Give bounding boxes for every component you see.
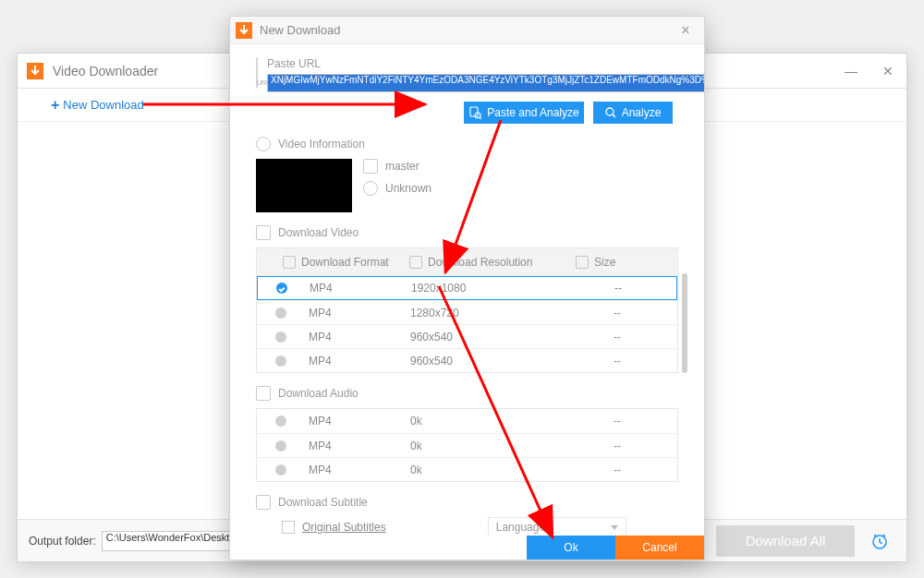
original-subtitles-label: Original Subtitles (302, 521, 386, 534)
plus-icon: + (51, 97, 59, 114)
close-button[interactable]: ✕ (869, 54, 906, 89)
table-row[interactable]: MP40k-- (257, 457, 677, 481)
original-subtitles-checkbox[interactable] (282, 521, 295, 534)
dialog-close-button[interactable]: × (667, 22, 704, 39)
cancel-button[interactable]: Cancel (615, 536, 704, 560)
cell-resolution: 1280x720 (410, 307, 577, 319)
table-row[interactable]: MP41920x1080-- (257, 276, 677, 300)
download-subtitle-header: Download Subtitle (278, 496, 368, 509)
language-select[interactable]: Language (488, 517, 626, 536)
video-duration: Unknown (385, 182, 432, 195)
size-icon (576, 256, 589, 269)
clock-icon (363, 181, 378, 196)
cell-resolution: 960x540 (410, 331, 577, 343)
app-logo-icon (27, 63, 43, 79)
video-info-header: Video Information (278, 138, 365, 151)
cell-format: MP4 (309, 415, 410, 427)
svg-point-4 (606, 108, 614, 115)
radio-icon (275, 355, 286, 367)
dialog-logo-icon (236, 22, 252, 39)
video-title: master (385, 160, 419, 173)
audio-icon (256, 386, 271, 401)
main-title: Video Downloader (53, 64, 158, 78)
language-label: Language (496, 521, 545, 534)
new-download-label: New Download (63, 98, 143, 112)
table-header: Download Format Download Resolution Size (257, 248, 677, 276)
download-all-button[interactable]: Download All (716, 525, 855, 557)
radio-icon (275, 440, 286, 452)
cell-bitrate: 0k (410, 440, 577, 452)
cell-size: -- (577, 440, 677, 452)
output-folder-label: Output folder: (29, 535, 96, 548)
download-video-header: Download Video (278, 226, 359, 239)
paste-icon (468, 106, 481, 119)
radio-icon (276, 283, 287, 294)
minimize-button[interactable]: — (833, 54, 869, 89)
download-audio-header: Download Audio (278, 387, 359, 400)
url-row: Paste URL XNjMGIwMjYwNzFmNTdiY2FiNTY4YmE… (256, 57, 678, 92)
video-format-table: Download Format Download Resolution Size… (256, 247, 678, 373)
table-row[interactable]: MP4960x540-- (257, 324, 677, 348)
dialog-body: Paste URL XNjMGIwMjYwNzFmNTdiY2FiNTY4YmE… (230, 44, 704, 536)
dialog-title: New Download (260, 23, 340, 37)
dialog-footer: Ok Cancel (230, 536, 704, 560)
svg-line-5 (613, 114, 615, 117)
cell-bitrate: 0k (410, 464, 577, 476)
info-icon (256, 137, 271, 151)
download-video-section: Download Video Download Format Download … (256, 225, 678, 373)
cell-format: MP4 (309, 464, 410, 476)
url-file-icon (256, 57, 258, 89)
cell-format: MP4 (309, 307, 410, 319)
cell-size: -- (577, 464, 677, 476)
table-row[interactable]: MP4960x540-- (257, 348, 677, 372)
scrollbar[interactable] (682, 273, 687, 373)
table-row[interactable]: MP40k-- (257, 409, 677, 433)
dialog-titlebar: New Download × (230, 17, 704, 44)
cell-format: MP4 (309, 440, 410, 452)
table-row[interactable]: MP40k-- (257, 433, 677, 457)
search-icon (605, 107, 616, 118)
cell-format: MP4 (310, 282, 411, 295)
radio-icon (275, 464, 286, 476)
col-size: Size (594, 256, 615, 269)
resolution-icon (409, 256, 422, 269)
file-icon (363, 159, 378, 174)
url-input[interactable]: XNjMGIwMjYwNzFmNTdiY2FiNTY4YmEzODA3NGE4Y… (267, 74, 704, 92)
video-info-section: Video Information master Unknown (256, 137, 678, 212)
svg-line-3 (480, 117, 481, 119)
cell-size: -- (577, 307, 677, 319)
cell-resolution: 1920x1080 (411, 282, 578, 295)
paste-url-label: Paste URL (267, 57, 704, 70)
cell-format: MP4 (309, 355, 410, 367)
radio-icon (275, 331, 286, 343)
paste-analyze-button[interactable]: Paste and Analyze (464, 102, 584, 124)
video-thumbnail (256, 159, 352, 212)
cell-size: -- (577, 355, 677, 367)
download-subtitle-section: Download Subtitle Original Subtitles Lan… (256, 495, 678, 536)
format-icon (283, 256, 296, 269)
table-row[interactable]: MP41280x720-- (257, 300, 677, 324)
analyze-button[interactable]: Analyze (593, 102, 673, 124)
col-format: Download Format (301, 256, 389, 269)
cell-size: -- (578, 282, 676, 295)
download-audio-section: Download Audio MP40k--MP40k--MP40k-- (256, 386, 678, 482)
cell-resolution: 960x540 (410, 355, 577, 367)
audio-format-table: MP40k--MP40k--MP40k-- (256, 408, 678, 482)
cell-size: -- (577, 331, 677, 343)
radio-icon (275, 307, 286, 319)
radio-icon (275, 415, 286, 427)
cell-bitrate: 0k (410, 415, 577, 427)
analyze-label: Analyze (622, 106, 662, 119)
paste-analyze-label: Paste and Analyze (487, 106, 578, 119)
analyze-button-row: Paste and Analyze Analyze (256, 102, 678, 124)
cc-icon (256, 495, 271, 510)
ok-button[interactable]: Ok (527, 536, 615, 560)
video-icon (256, 225, 271, 240)
cell-format: MP4 (309, 331, 410, 343)
window-controls: — ✕ (833, 54, 906, 89)
svg-rect-1 (470, 107, 478, 116)
scheduler-button[interactable] (864, 525, 895, 557)
new-download-button[interactable]: + New Download (51, 97, 144, 114)
cell-size: -- (577, 415, 677, 427)
new-download-dialog: New Download × Paste URL XNjMGIwMjYwNzFm… (229, 16, 705, 560)
